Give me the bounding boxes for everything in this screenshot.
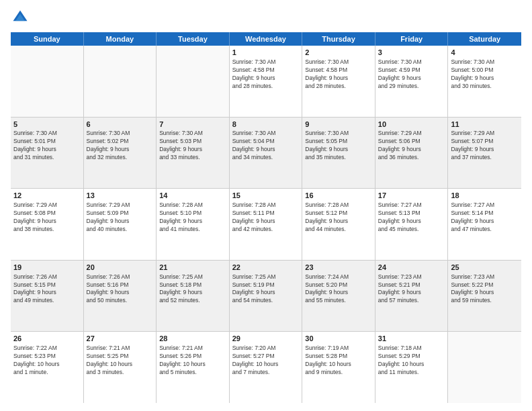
cell-info: Sunrise: 7:27 AM Sunset: 5:13 PM Dayligh… [378, 201, 445, 234]
day-number: 9 [305, 120, 372, 130]
logo [11, 8, 32, 27]
cell-info: Sunrise: 7:22 AM Sunset: 5:23 PM Dayligh… [13, 345, 81, 377]
cell-info: Sunrise: 7:30 AM Sunset: 5:04 PM Dayligh… [232, 130, 300, 162]
calendar-cell: 8Sunrise: 7:30 AM Sunset: 5:04 PM Daylig… [230, 118, 303, 189]
cell-info: Sunrise: 7:24 AM Sunset: 5:20 PM Dayligh… [305, 273, 372, 306]
day-number: 13 [87, 191, 154, 201]
calendar-cell: 1Sunrise: 7:30 AM Sunset: 4:58 PM Daylig… [230, 46, 303, 117]
cell-info: Sunrise: 7:30 AM Sunset: 5:02 PM Dayligh… [87, 130, 154, 162]
day-number: 31 [378, 334, 445, 344]
day-number: 20 [87, 263, 154, 273]
day-number: 16 [305, 191, 372, 201]
calendar-week-2: 5Sunrise: 7:30 AM Sunset: 5:01 PM Daylig… [11, 118, 521, 189]
day-number: 29 [232, 334, 300, 344]
logo-icon [11, 8, 30, 27]
calendar-cell: 23Sunrise: 7:24 AM Sunset: 5:20 PM Dayli… [302, 261, 375, 332]
calendar-cell [11, 46, 84, 117]
day-number: 28 [159, 334, 226, 344]
cell-info: Sunrise: 7:27 AM Sunset: 5:14 PM Dayligh… [451, 201, 519, 234]
day-number: 3 [378, 48, 445, 58]
day-number: 19 [13, 263, 81, 273]
calendar-cell: 20Sunrise: 7:26 AM Sunset: 5:16 PM Dayli… [84, 261, 157, 332]
cell-info: Sunrise: 7:28 AM Sunset: 5:11 PM Dayligh… [232, 201, 300, 234]
header-day-tuesday: Tuesday [157, 32, 230, 46]
day-number: 18 [451, 191, 519, 201]
day-number: 24 [378, 263, 445, 273]
header-day-saturday: Saturday [448, 32, 521, 46]
cell-info: Sunrise: 7:26 AM Sunset: 5:16 PM Dayligh… [87, 273, 154, 306]
calendar-cell: 31Sunrise: 7:18 AM Sunset: 5:29 PM Dayli… [375, 332, 449, 403]
calendar-cell: 27Sunrise: 7:21 AM Sunset: 5:25 PM Dayli… [84, 332, 157, 403]
day-number: 23 [305, 263, 372, 273]
cell-info: Sunrise: 7:29 AM Sunset: 5:07 PM Dayligh… [451, 130, 519, 162]
calendar-cell: 12Sunrise: 7:29 AM Sunset: 5:08 PM Dayli… [11, 189, 84, 260]
day-number: 6 [87, 120, 154, 130]
cell-info: Sunrise: 7:23 AM Sunset: 5:21 PM Dayligh… [378, 273, 445, 306]
calendar-cell: 22Sunrise: 7:25 AM Sunset: 5:19 PM Dayli… [230, 261, 303, 332]
calendar-cell: 13Sunrise: 7:29 AM Sunset: 5:09 PM Dayli… [84, 189, 157, 260]
cell-info: Sunrise: 7:20 AM Sunset: 5:27 PM Dayligh… [232, 345, 300, 377]
day-number: 10 [378, 120, 445, 130]
cell-info: Sunrise: 7:30 AM Sunset: 4:58 PM Dayligh… [305, 58, 372, 91]
cell-info: Sunrise: 7:21 AM Sunset: 5:26 PM Dayligh… [159, 345, 226, 377]
calendar-cell: 17Sunrise: 7:27 AM Sunset: 5:13 PM Dayli… [375, 189, 449, 260]
day-number: 22 [232, 263, 300, 273]
cell-info: Sunrise: 7:23 AM Sunset: 5:22 PM Dayligh… [451, 273, 519, 306]
day-number: 8 [232, 120, 300, 130]
header [11, 8, 521, 27]
header-day-sunday: Sunday [11, 32, 84, 46]
calendar-cell: 21Sunrise: 7:25 AM Sunset: 5:18 PM Dayli… [157, 261, 230, 332]
cell-info: Sunrise: 7:30 AM Sunset: 5:01 PM Dayligh… [13, 130, 81, 162]
cell-info: Sunrise: 7:30 AM Sunset: 4:58 PM Dayligh… [232, 58, 300, 91]
calendar-cell [448, 332, 521, 403]
calendar-cell: 30Sunrise: 7:19 AM Sunset: 5:28 PM Dayli… [302, 332, 375, 403]
cell-info: Sunrise: 7:30 AM Sunset: 5:05 PM Dayligh… [305, 130, 372, 162]
calendar-cell: 10Sunrise: 7:29 AM Sunset: 5:06 PM Dayli… [375, 118, 449, 189]
cell-info: Sunrise: 7:30 AM Sunset: 4:59 PM Dayligh… [378, 58, 445, 91]
day-number: 15 [232, 191, 300, 201]
day-number: 25 [451, 263, 519, 273]
calendar-cell [157, 46, 230, 117]
calendar-cell: 18Sunrise: 7:27 AM Sunset: 5:14 PM Dayli… [448, 189, 521, 260]
calendar-cell: 5Sunrise: 7:30 AM Sunset: 5:01 PM Daylig… [11, 118, 84, 189]
day-number: 12 [13, 191, 81, 201]
calendar-header-row: SundayMondayTuesdayWednesdayThursdayFrid… [11, 32, 521, 46]
calendar-cell: 15Sunrise: 7:28 AM Sunset: 5:11 PM Dayli… [230, 189, 303, 260]
cell-info: Sunrise: 7:25 AM Sunset: 5:18 PM Dayligh… [159, 273, 226, 306]
cell-info: Sunrise: 7:28 AM Sunset: 5:12 PM Dayligh… [305, 201, 372, 234]
day-number: 30 [305, 334, 372, 344]
cell-info: Sunrise: 7:28 AM Sunset: 5:10 PM Dayligh… [159, 201, 226, 234]
calendar-cell: 4Sunrise: 7:30 AM Sunset: 5:00 PM Daylig… [448, 46, 521, 117]
calendar-cell: 9Sunrise: 7:30 AM Sunset: 5:05 PM Daylig… [302, 118, 375, 189]
calendar-cell: 19Sunrise: 7:26 AM Sunset: 5:15 PM Dayli… [11, 261, 84, 332]
cell-info: Sunrise: 7:30 AM Sunset: 5:03 PM Dayligh… [159, 130, 226, 162]
cell-info: Sunrise: 7:26 AM Sunset: 5:15 PM Dayligh… [13, 273, 81, 306]
day-number: 17 [378, 191, 445, 201]
calendar-body: 1Sunrise: 7:30 AM Sunset: 4:58 PM Daylig… [11, 46, 521, 403]
calendar-cell: 24Sunrise: 7:23 AM Sunset: 5:21 PM Dayli… [375, 261, 449, 332]
header-day-thursday: Thursday [302, 32, 375, 46]
header-day-wednesday: Wednesday [230, 32, 303, 46]
calendar-cell: 7Sunrise: 7:30 AM Sunset: 5:03 PM Daylig… [157, 118, 230, 189]
calendar-week-1: 1Sunrise: 7:30 AM Sunset: 4:58 PM Daylig… [11, 46, 521, 118]
calendar-cell: 26Sunrise: 7:22 AM Sunset: 5:23 PM Dayli… [11, 332, 84, 403]
cell-info: Sunrise: 7:25 AM Sunset: 5:19 PM Dayligh… [232, 273, 300, 306]
calendar-week-5: 26Sunrise: 7:22 AM Sunset: 5:23 PM Dayli… [11, 332, 521, 403]
calendar-week-4: 19Sunrise: 7:26 AM Sunset: 5:15 PM Dayli… [11, 261, 521, 332]
cell-info: Sunrise: 7:29 AM Sunset: 5:06 PM Dayligh… [378, 130, 445, 162]
page: SundayMondayTuesdayWednesdayThursdayFrid… [0, 0, 532, 411]
calendar-cell: 28Sunrise: 7:21 AM Sunset: 5:26 PM Dayli… [157, 332, 230, 403]
calendar-cell: 29Sunrise: 7:20 AM Sunset: 5:27 PM Dayli… [230, 332, 303, 403]
calendar-cell: 3Sunrise: 7:30 AM Sunset: 4:59 PM Daylig… [375, 46, 449, 117]
calendar-week-3: 12Sunrise: 7:29 AM Sunset: 5:08 PM Dayli… [11, 189, 521, 261]
day-number: 1 [232, 48, 300, 58]
header-day-monday: Monday [84, 32, 157, 46]
cell-info: Sunrise: 7:21 AM Sunset: 5:25 PM Dayligh… [87, 345, 154, 377]
day-number: 11 [451, 120, 519, 130]
cell-info: Sunrise: 7:29 AM Sunset: 5:08 PM Dayligh… [13, 201, 81, 234]
cell-info: Sunrise: 7:30 AM Sunset: 5:00 PM Dayligh… [451, 58, 519, 91]
calendar-cell: 2Sunrise: 7:30 AM Sunset: 4:58 PM Daylig… [302, 46, 375, 117]
day-number: 5 [13, 120, 81, 130]
day-number: 21 [159, 263, 226, 273]
cell-info: Sunrise: 7:19 AM Sunset: 5:28 PM Dayligh… [305, 345, 372, 377]
